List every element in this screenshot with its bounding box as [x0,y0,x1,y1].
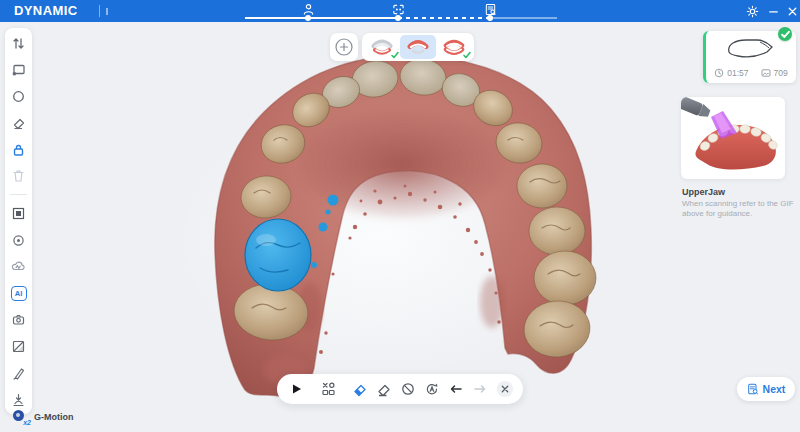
stepper-track-dashed [398,17,490,19]
frame-count-stat: 709 [761,68,788,78]
trim-plane-icon[interactable] [11,338,27,354]
close-toolbar-icon[interactable] [496,380,514,398]
app-window: DYNAMIC [0,0,800,432]
workspace: AI [0,22,800,432]
report-icon [747,382,759,396]
gmotion-zoom-badge: x2 [23,419,31,426]
add-scan-button[interactable] [330,33,358,61]
tooth-outline-icon [724,36,776,62]
eraser-solid-icon[interactable] [376,381,392,397]
guidance-animation[interactable] [681,97,785,179]
stamp-export-icon[interactable] [11,391,27,407]
guide-jaw [695,125,779,170]
minimize-icon[interactable] [767,5,780,18]
target-center-icon[interactable] [11,232,27,248]
stepper-track-rest [490,17,557,19]
thumbnail-occlusion-scan[interactable] [364,35,400,59]
thumbnail-lower-jaw-scan[interactable] [436,35,472,59]
gmotion-icon: x2 [13,410,26,423]
app-logo: DYNAMIC [14,0,77,22]
gmotion-label: G-Motion [34,412,74,422]
scanner-wand [681,97,712,119]
edit-toolbar [277,374,523,404]
eraser-active-icon[interactable] [352,381,368,397]
redo-arrow-icon[interactable] [472,381,488,397]
eraser-icon[interactable] [11,115,27,131]
scan-complete-badge [778,27,792,41]
gmotion-indicator[interactable]: x2 G-Motion [13,410,74,423]
scan-stats: 01:57 709 [706,68,796,78]
lower-jaw-check-icon [463,51,471,59]
next-button[interactable]: Next [737,377,795,401]
teeth-compare-icon[interactable] [320,381,336,397]
scan-thumbnail-bar [362,33,474,61]
elapsed-time-value: 01:57 [727,68,748,78]
play-icon[interactable] [288,381,304,397]
guidance-title: UpperJaw [682,187,725,197]
jaw-3d-model[interactable] [190,52,610,402]
settings-gear-icon[interactable] [746,5,759,18]
next-button-label: Next [763,383,786,395]
block-icon[interactable] [400,381,416,397]
lock-icon[interactable] [11,141,27,157]
ai-assist-icon[interactable]: AI [11,285,27,301]
frames-icon [761,68,771,78]
patient-step-icon[interactable] [302,3,315,16]
undo-arrow-icon[interactable] [448,381,464,397]
trash-icon[interactable] [11,168,27,184]
thumbnail-upper-jaw-scan[interactable] [400,35,436,59]
reset-orientation-icon[interactable] [424,381,440,397]
frame-fill-icon[interactable] [11,206,27,222]
rectangle-select-icon[interactable] [11,62,27,78]
cloud-wave-icon[interactable] [11,259,27,275]
scan-summary-card[interactable]: 01:57 709 [703,31,796,83]
clock-icon [714,68,724,78]
camera-icon[interactable] [11,312,27,328]
logo-divider [99,5,100,17]
circle-select-icon[interactable] [11,88,27,104]
title-bar: DYNAMIC [0,0,800,22]
logo-tick [106,8,108,15]
pen-tool-icon[interactable] [11,365,27,381]
ai-label: AI [11,286,27,301]
elapsed-time-stat: 01:57 [714,68,748,78]
review-step-icon[interactable] [484,3,497,16]
guidance-description: When scanning refer to the GIF above for… [682,199,796,220]
scan-step-icon[interactable] [392,3,405,16]
flip-view-icon[interactable] [11,35,27,51]
frame-count-value: 709 [774,68,788,78]
occlusion-check-icon [391,51,399,59]
toolbar-divider [10,194,27,195]
tools-sidebar: AI [5,28,32,414]
gum-shade-right [480,276,504,328]
stepper-track-done [245,17,398,19]
close-window-icon[interactable] [786,5,799,18]
